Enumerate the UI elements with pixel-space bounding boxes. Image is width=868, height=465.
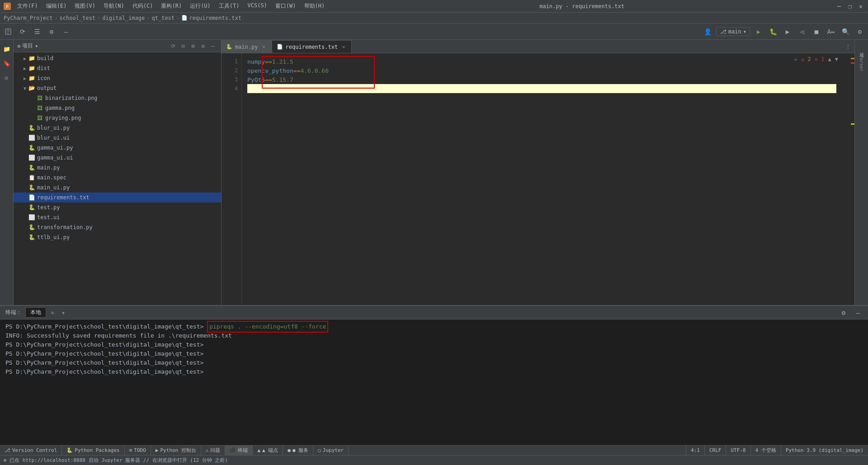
breadcrumb-filename[interactable]: requirements.txt	[189, 15, 241, 21]
minimize-button[interactable]: ─	[835, 3, 843, 10]
services-icon: ●	[288, 447, 291, 453]
status-position[interactable]: 4:1	[686, 446, 704, 456]
window-controls[interactable]: ─ ❐ ✕	[835, 3, 864, 10]
breadcrumb-school-test[interactable]: school_test	[60, 15, 95, 21]
tab-requirements[interactable]: 📄 requirements.txt ✕	[272, 40, 352, 53]
panel-action-close[interactable]: —	[208, 42, 217, 51]
translate-btn[interactable]: A↔	[825, 25, 837, 38]
terminal-dropdown[interactable]: ▾	[59, 308, 68, 317]
tree-item-graying[interactable]: 🖼 graying.png	[14, 113, 221, 123]
status-python-packages[interactable]: 🐍 Python Packages	[62, 446, 124, 456]
status-problems[interactable]: ⚠ 问题	[201, 446, 226, 456]
menu-navigate[interactable]: 导航(N)	[100, 1, 128, 11]
toolbar-close-panel-btn[interactable]: —	[60, 25, 72, 38]
code-area[interactable]: numpy==1.21.5 opencv_python==4.6.0.66 Py…	[242, 53, 842, 305]
status-services[interactable]: ● ● 服务	[283, 446, 313, 456]
profile-btn[interactable]: ◁	[796, 25, 808, 38]
panel-action-sync[interactable]: ⟳	[169, 42, 178, 51]
tree-item-main-ui-py[interactable]: 🐍 main_ui.py	[14, 183, 221, 193]
maximize-button[interactable]: ❐	[846, 3, 854, 10]
right-tab-notifications[interactable]: 通知	[855, 42, 868, 55]
bottom-info-text[interactable]: ⊕ 已在 http://localhost:8888 启动 Jupyter 服务…	[4, 457, 228, 464]
breadcrumb-digital-image[interactable]: digital_image	[102, 15, 145, 21]
menu-file[interactable]: 文件(F)	[14, 1, 42, 11]
status-interpreter[interactable]: Python 3.9 (digital_image)	[781, 446, 868, 456]
toolbar-settings-btn[interactable]: ⚙	[45, 25, 58, 38]
scroll-up-btn[interactable]: ▲	[828, 56, 831, 62]
status-version-control[interactable]: ⎇ Version Control	[0, 446, 62, 456]
tab-close-main-py[interactable]: ✕	[261, 44, 267, 50]
tree-item-main-spec[interactable]: 📋 main.spec	[14, 173, 221, 183]
sidebar-tab-structure[interactable]: ≡	[0, 71, 13, 84]
warning-count: ⚠ 2	[801, 56, 811, 62]
terminal-tab-local[interactable]: 本地	[25, 307, 46, 318]
terminal-minimize-btn[interactable]: —	[852, 306, 864, 319]
terminal-add-tab[interactable]: +	[48, 308, 57, 317]
menu-vcs[interactable]: VCS(S)	[244, 1, 271, 11]
debug-button[interactable]: 🐛	[767, 25, 779, 38]
status-endpoints[interactable]: ▲ ▲ 端点	[253, 446, 283, 456]
branch-button[interactable]: ⎇ main ▾	[716, 27, 750, 36]
toolbar-project-btn[interactable]	[2, 25, 14, 38]
tab-close-requirements[interactable]: ✕	[340, 44, 347, 50]
tree-item-gamma[interactable]: 🖼 gamma.png	[14, 103, 221, 113]
tab-main-py[interactable]: 🐍 main.py ✕	[222, 40, 272, 53]
tab-settings-btn[interactable]: ⋮	[842, 40, 854, 53]
tree-item-dist[interactable]: ▶ 📁 dist	[14, 63, 221, 73]
terminal-settings-btn[interactable]: ⚙	[837, 306, 850, 319]
user-icon-btn[interactable]: 👤	[702, 25, 714, 38]
tree-item-blur-ui[interactable]: ⬜ blur_ui.ui	[14, 133, 221, 143]
menu-refactor[interactable]: 重构(R)	[157, 1, 185, 11]
tree-item-binarization[interactable]: 🖼 binarization.png	[14, 93, 221, 103]
menu-bar[interactable]: 文件(F) 编辑(E) 视图(V) 导航(N) 代码(C) 重构(R) 运行(U…	[14, 1, 328, 11]
right-tab-parser[interactable]: Parser	[855, 57, 868, 70]
tree-item-gamma-ui[interactable]: ⬜ gamma_ui.ui	[14, 153, 221, 163]
tree-item-ttlb-ui[interactable]: 🐍 ttlb_ui.py	[14, 232, 221, 242]
menu-edit[interactable]: 编辑(E)	[42, 1, 71, 11]
menu-view[interactable]: 视图(V)	[71, 1, 99, 11]
toolbar-collapse-btn[interactable]: ☰	[31, 25, 43, 38]
settings-gear-btn[interactable]: ⚙	[854, 25, 866, 38]
breadcrumb-qt-test[interactable]: qt_test	[151, 15, 175, 21]
panel-action-expand[interactable]: ⊞	[189, 42, 198, 51]
status-python-console[interactable]: ▶ Python 控制台	[151, 446, 201, 456]
status-jupyter[interactable]: ○ Jupyter	[313, 446, 349, 456]
tree-item-build[interactable]: ▶ 📁 build	[14, 53, 221, 63]
scroll-down-btn[interactable]: ▼	[835, 56, 838, 62]
run-button[interactable]: ▶	[752, 25, 765, 38]
terminal-content[interactable]: PS D:\PyCharm_Project\school_test\digita…	[0, 319, 868, 445]
panel-action-settings[interactable]: ⚙	[198, 42, 208, 51]
tree-item-gamma-ui-py[interactable]: 🐍 gamma_ui.py	[14, 143, 221, 153]
close-button[interactable]: ✕	[857, 3, 864, 10]
tree-item-icon[interactable]: ▶ 📁 icon	[14, 73, 221, 83]
line-num-3: 3	[222, 75, 241, 84]
tree-item-test-py[interactable]: 🐍 test.py	[14, 202, 221, 212]
status-indent[interactable]: 4 个空格	[750, 446, 781, 456]
status-todo[interactable]: ≡ TODO	[125, 446, 151, 456]
panel-title-dropdown[interactable]: ▾	[35, 43, 38, 49]
tree-item-blur-ui-py[interactable]: 🐍 blur_ui.py	[14, 123, 221, 133]
tree-item-test-ui[interactable]: ⬜ test.ui	[14, 212, 221, 222]
tree-item-requirements[interactable]: 📄 requirements.txt	[14, 193, 221, 202]
stop-btn[interactable]: ■	[810, 25, 823, 38]
status-line-ending[interactable]: CRLF	[704, 446, 726, 456]
toolbar-sync-btn[interactable]: ⟳	[16, 25, 29, 38]
ui-icon-test: ⬜	[28, 214, 35, 221]
status-terminal[interactable]: ⬛ 终端	[225, 446, 253, 456]
terminal-header: 终端： 本地 + ▾ ⚙ —	[0, 306, 868, 319]
menu-window[interactable]: 窗口(W)	[272, 1, 300, 11]
tree-item-main-py[interactable]: 🐍 main.py	[14, 163, 221, 173]
menu-tools[interactable]: 工具(T)	[215, 1, 243, 11]
sidebar-tab-bookmarks[interactable]: 🔖	[0, 57, 13, 70]
search-everywhere-btn[interactable]: 🔍	[839, 25, 852, 38]
tree-item-transformation[interactable]: 🐍 transformation.py	[14, 222, 221, 232]
panel-action-collapse[interactable]: ⊟	[179, 42, 188, 51]
status-encoding[interactable]: UTF-8	[726, 446, 750, 456]
menu-code[interactable]: 代码(C)	[129, 1, 157, 11]
tree-item-output[interactable]: ▼ 📂 output	[14, 83, 221, 93]
run-with-coverage-btn[interactable]: ▶	[781, 25, 794, 38]
sidebar-tab-project[interactable]: 📁	[0, 42, 13, 55]
menu-run[interactable]: 运行(U)	[186, 1, 214, 11]
breadcrumb-project[interactable]: PyCharm_Project	[4, 15, 52, 21]
menu-help[interactable]: 帮助(H)	[301, 1, 329, 11]
